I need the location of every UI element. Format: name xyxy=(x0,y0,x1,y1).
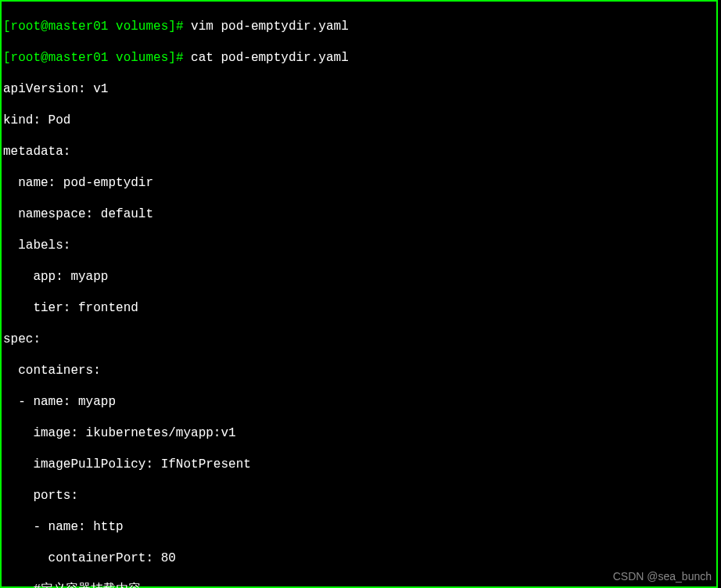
yaml-line: name: pod-emptydir xyxy=(2,175,716,191)
prompt-cwd: volumes xyxy=(108,20,168,34)
prompt-at: @ xyxy=(41,20,48,34)
yaml-line: - name: http xyxy=(2,519,716,535)
prompt-open-bracket: [ xyxy=(3,20,11,34)
prompt-close-bracket: ] xyxy=(168,51,176,65)
yaml-line: image: ikubernetes/myapp:v1 xyxy=(2,425,716,441)
yaml-line: kind: Pod xyxy=(2,113,716,128)
prompt-close-bracket: ] xyxy=(168,20,176,34)
yaml-line: labels: xyxy=(2,238,716,253)
yaml-line: imagePullPolicy: IfNotPresent xyxy=(2,457,716,472)
yaml-line: apiVersion: v1 xyxy=(2,81,716,97)
command-input-2: cat pod-emptydir.yaml xyxy=(183,51,348,65)
watermark-text: CSDN @sea_bunch xyxy=(613,570,712,584)
yaml-line: metadata: xyxy=(2,144,716,160)
yaml-line: namespace: default xyxy=(2,206,716,222)
yaml-line: spec: xyxy=(2,332,716,347)
prompt-host: master01 xyxy=(48,51,109,65)
yaml-line: ports: xyxy=(2,488,716,504)
prompt-user: root xyxy=(11,20,41,34)
prompt-user: root xyxy=(11,51,41,65)
prompt-line-1: [root@master01 volumes]# vim pod-emptydi… xyxy=(2,19,716,34)
yaml-line: containerPort: 80 xyxy=(2,550,716,566)
terminal-window[interactable]: [root@master01 volumes]# vim pod-emptydi… xyxy=(0,0,718,588)
yaml-line: tier: frontend xyxy=(2,300,716,316)
yaml-line: - name: myapp xyxy=(2,394,716,410)
command-input-1: vim pod-emptydir.yaml xyxy=(183,20,348,34)
yaml-line: #定义容器挂载内容 xyxy=(2,582,716,588)
prompt-at: @ xyxy=(41,51,48,65)
prompt-line-2: [root@master01 volumes]# cat pod-emptydi… xyxy=(2,50,716,66)
yaml-line: containers: xyxy=(2,363,716,378)
prompt-cwd: volumes xyxy=(108,51,168,65)
prompt-open-bracket: [ xyxy=(3,51,11,65)
prompt-host: master01 xyxy=(48,20,109,34)
yaml-line: app: myapp xyxy=(2,269,716,285)
